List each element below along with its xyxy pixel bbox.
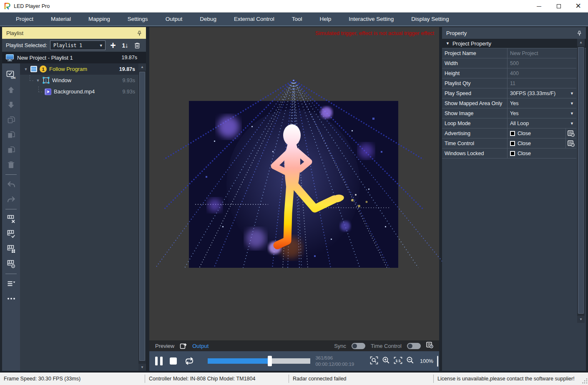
property-value[interactable]: 30FPS (33.33ms/F)▼ [508, 88, 576, 98]
resize-grip[interactable] [582, 378, 588, 384]
dropdown-arrow-icon[interactable]: ▼ [570, 91, 574, 96]
menu-output[interactable]: Output [157, 13, 191, 25]
scroll-up-button[interactable]: ▲ [138, 63, 146, 70]
program-grid-button[interactable] [2, 242, 20, 257]
close-button[interactable]: ✕ [568, 0, 588, 13]
playlist-item-background-mp4[interactable]: Background.mp4 9.93s [20, 86, 138, 97]
region-zoom-button[interactable] [370, 356, 378, 366]
pin-icon[interactable] [577, 30, 582, 36]
property-row-show-mapped-area-only: Show Mapped Area OnlyYes▼ [442, 98, 576, 108]
property-label: Windows Locked [442, 148, 508, 158]
menu-settings[interactable]: Settings [119, 13, 157, 25]
output-switch-icon[interactable] [180, 342, 187, 349]
pause-button[interactable] [155, 357, 163, 365]
menu-display-setting[interactable]: Display Setting [402, 13, 457, 25]
program-random-button[interactable] [2, 211, 20, 226]
collapse-arrow-icon[interactable]: ▼ [36, 78, 40, 83]
output-tab-bar: Preview Output Sync Time Control [149, 340, 439, 351]
property-row-advertising: AdvertisingClose [442, 128, 576, 138]
menu-material[interactable]: Material [42, 13, 80, 25]
move-up-button[interactable] [2, 82, 20, 97]
menu-project[interactable]: Project [7, 13, 42, 25]
list-expand-button[interactable] [2, 276, 20, 291]
menu-tool[interactable]: Tool [283, 13, 311, 25]
copy-page-button[interactable] [2, 127, 20, 142]
schedule-button[interactable] [426, 342, 433, 350]
zoom-in-button[interactable] [382, 356, 390, 366]
scroll-down-button[interactable]: ▼ [138, 364, 146, 371]
delete-playlist-button[interactable] [133, 40, 142, 50]
playlist-select-value: Playlist 1 [53, 43, 82, 48]
property-value[interactable]: Close [508, 128, 565, 138]
paste-page-button[interactable] [2, 142, 20, 157]
collapse-arrow-icon[interactable]: ▼ [24, 67, 28, 71]
menu-debug[interactable]: Debug [191, 13, 225, 25]
menu-external-control[interactable]: External Control [225, 13, 283, 25]
loop-button[interactable] [184, 357, 195, 365]
checkbox[interactable] [510, 131, 515, 136]
redo-button[interactable] [2, 192, 20, 207]
property-value[interactable]: Yes▼ [508, 98, 576, 108]
playlist-item-follow-program[interactable]: ▼ 1 Follow Program 19.87s [20, 63, 138, 75]
stop-button[interactable] [170, 357, 177, 365]
scrollbar-thumb[interactable] [139, 72, 145, 361]
property-value[interactable]: Close [508, 148, 576, 158]
progress-handle[interactable] [268, 356, 272, 366]
property-label: Loop Mode [442, 118, 508, 128]
program-check-button[interactable] [2, 226, 20, 242]
property-row-show-image: Show ImageYes▼ [442, 108, 576, 118]
property-scrollbar[interactable]: ▲ ▼ [577, 39, 585, 323]
property-value: 400 [508, 68, 576, 78]
property-value[interactable]: All Loop▼ [508, 118, 576, 128]
add-playlist-button[interactable]: + [108, 40, 118, 50]
project-property-section[interactable]: ▼ Project Property [442, 39, 586, 48]
output-tab[interactable]: Output [192, 343, 209, 349]
schedule-button[interactable] [565, 138, 576, 148]
scrollbar-track[interactable] [139, 71, 145, 363]
time-counter: 00:00:12/00:00:19 [315, 361, 364, 367]
scrollbar-track[interactable] [578, 46, 584, 315]
playlist-item-window[interactable]: ▼ 1 Window 9.93s [20, 75, 138, 86]
menu-help[interactable]: Help [311, 13, 340, 25]
pin-icon[interactable] [137, 30, 142, 36]
schedule-button[interactable] [565, 128, 576, 138]
property-row-project-name: Project NameNew Project [442, 48, 576, 58]
program-number-badge: 1 [40, 65, 47, 73]
undo-button[interactable] [2, 177, 20, 192]
on-toggle-button[interactable]: ON [2, 67, 20, 82]
sync-label: Sync [334, 343, 346, 349]
program-preview-button[interactable] [2, 257, 20, 272]
maximize-button[interactable] [549, 0, 568, 13]
playlist-root-item[interactable]: New Project - Playlist 1 19.87s [2, 52, 146, 63]
scroll-up-button[interactable]: ▲ [577, 39, 585, 46]
sort-playlist-button[interactable]: 1↓ [121, 40, 130, 50]
actual-size-button[interactable]: 1:1 [394, 357, 402, 366]
time-control-toggle[interactable] [407, 343, 421, 349]
sync-toggle[interactable] [352, 343, 365, 349]
progress-slider[interactable] [208, 358, 310, 364]
zoom-out-button[interactable] [406, 356, 414, 366]
checkbox[interactable] [510, 151, 515, 156]
property-value[interactable]: Yes▼ [508, 108, 576, 118]
more-button[interactable] [2, 291, 20, 306]
dropdown-arrow-icon[interactable]: ▼ [570, 111, 574, 116]
duplicate-button[interactable] [2, 112, 20, 127]
minimize-button[interactable]: ─ [529, 0, 549, 13]
frame-counter: 361/596 [315, 355, 364, 361]
time-control-label: Time Control [371, 343, 402, 349]
scrollbar-thumb[interactable] [578, 47, 584, 314]
property-value[interactable]: Close [508, 138, 565, 148]
playlist-select[interactable]: Playlist 1 ▼ [50, 40, 106, 50]
menu-mapping[interactable]: Mapping [80, 13, 119, 25]
splitter-handle[interactable] [437, 356, 438, 367]
scroll-down-button[interactable]: ▼ [577, 316, 585, 323]
move-down-button[interactable] [2, 97, 20, 112]
menu-interactive-setting[interactable]: Interactive Setting [340, 13, 402, 25]
playlist-toolbar: Playlist Selected: Playlist 1 ▼ + 1↓ [2, 39, 146, 52]
checkbox[interactable] [510, 141, 515, 146]
dropdown-arrow-icon[interactable]: ▼ [570, 121, 574, 126]
playlist-scrollbar[interactable]: ▲ ▼ [138, 63, 146, 371]
preview-tab[interactable]: Preview [155, 343, 174, 349]
delete-item-button[interactable] [2, 157, 20, 172]
dropdown-arrow-icon[interactable]: ▼ [570, 101, 574, 106]
